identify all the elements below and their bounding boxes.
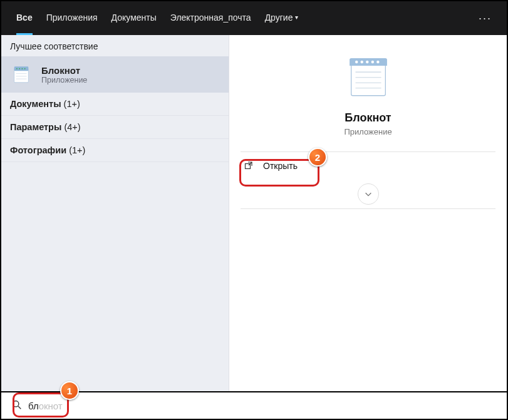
divider: [241, 208, 496, 209]
notepad-icon: [10, 63, 33, 86]
category-photos[interactable]: Фотографии (1+): [1, 139, 229, 162]
action-open-label: Открыть: [263, 161, 298, 171]
search-icon: [11, 399, 22, 412]
category-documents[interactable]: Документы (1+): [1, 93, 229, 116]
notepad-icon-large: [341, 49, 396, 104]
svg-point-14: [376, 61, 379, 63]
results-panel: Лучшее соответствие Блокнот Приложение: [1, 35, 229, 391]
result-subtitle: Приложение: [41, 76, 87, 85]
preview-panel: Блокнот Приложение Открыть: [229, 35, 507, 391]
result-notepad[interactable]: Блокнот Приложение: [1, 56, 229, 93]
svg-point-5: [24, 68, 26, 69]
svg-point-3: [19, 68, 20, 69]
svg-point-11: [360, 61, 363, 63]
result-title: Блокнот: [41, 65, 87, 76]
svg-line-21: [18, 406, 21, 409]
preview-subtitle: Приложение: [344, 127, 391, 136]
chevron-down-icon: ▾: [295, 14, 298, 21]
tab-email[interactable]: Электронная_почта: [170, 1, 251, 35]
tab-documents[interactable]: Документы: [111, 1, 157, 35]
action-open[interactable]: Открыть: [229, 152, 507, 180]
tab-apps[interactable]: Приложения: [46, 1, 98, 35]
svg-point-12: [366, 61, 368, 63]
svg-point-4: [21, 68, 23, 69]
svg-point-13: [371, 61, 373, 63]
overflow-menu-button[interactable]: ···: [475, 9, 495, 28]
search-input[interactable]: блокнот: [28, 401, 63, 411]
tab-more[interactable]: Другие ▾: [265, 1, 299, 35]
expand-button[interactable]: [358, 183, 379, 205]
svg-point-2: [16, 68, 18, 69]
category-parameters[interactable]: Параметры (4+): [1, 116, 229, 139]
tab-all[interactable]: Все: [16, 1, 33, 35]
svg-point-10: [355, 61, 357, 63]
svg-rect-9: [351, 61, 385, 96]
svg-point-20: [13, 401, 19, 406]
preview-title: Блокнот: [345, 111, 391, 125]
chevron-down-icon: [364, 190, 373, 198]
main-split: Лучшее соответствие Блокнот Приложение: [1, 35, 507, 391]
search-bar[interactable]: блокнот: [1, 391, 507, 419]
section-best-match: Лучшее соответствие: [1, 35, 229, 56]
search-tabs-bar: Все Приложения Документы Электронная_поч…: [1, 1, 507, 35]
open-icon: [243, 161, 254, 171]
